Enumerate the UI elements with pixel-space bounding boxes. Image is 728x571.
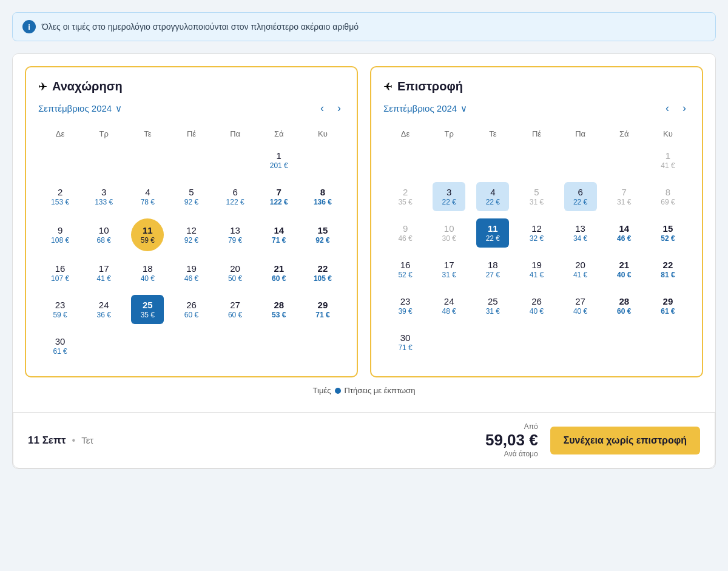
day-price: 31 € <box>442 271 456 279</box>
day-cell[interactable]: 1941 € <box>520 255 553 284</box>
day-cell[interactable]: 592 € <box>175 182 207 211</box>
day-cell[interactable]: 322 € <box>433 182 465 211</box>
day-price: 69 € <box>661 198 675 206</box>
day-cell[interactable]: 1446 € <box>608 218 641 248</box>
return-prev-arrow[interactable]: ‹ <box>662 101 673 116</box>
day-number: 1 <box>666 150 670 161</box>
day-cell[interactable]: 9108 € <box>44 220 76 249</box>
day-cell[interactable]: 1232 € <box>520 218 553 248</box>
day-cell[interactable]: 1471 € <box>263 220 295 249</box>
return-plane-icon: ✈ <box>383 80 393 93</box>
day-number: 26 <box>186 300 197 311</box>
day-cell[interactable]: 478 € <box>131 182 164 211</box>
day-number: 25 <box>488 296 498 307</box>
day-cell[interactable]: 2531 € <box>476 291 509 320</box>
day-number: 7 <box>277 187 281 198</box>
day-cell[interactable]: 2281 € <box>652 255 684 284</box>
day-cell[interactable]: 2153 € <box>44 182 76 211</box>
day-price: 40 € <box>573 307 587 316</box>
day-cell[interactable]: 2860 € <box>608 291 641 320</box>
day-cell[interactable]: 6122 € <box>219 182 252 211</box>
day-number: 8 <box>320 187 325 198</box>
day-price: 79 € <box>228 236 242 245</box>
day-number: 4 <box>145 187 150 198</box>
day-cell[interactable]: 2760 € <box>219 295 252 324</box>
day-cell[interactable]: 2448 € <box>433 291 465 320</box>
info-icon: i <box>22 20 36 33</box>
departure-next-arrow[interactable]: › <box>334 101 345 116</box>
day-price: 53 € <box>272 311 286 319</box>
day-cell[interactable]: 2359 € <box>44 295 76 324</box>
day-cell[interactable]: 422 € <box>476 182 509 211</box>
day-cell[interactable]: 2535 € <box>131 295 164 324</box>
day-cell[interactable]: 622 € <box>564 182 597 211</box>
day-cell[interactable]: 1030 € <box>433 218 465 248</box>
day-cell[interactable]: 2853 € <box>263 295 295 324</box>
day-cell[interactable]: 2041 € <box>564 255 597 284</box>
weekday-header: Πέ <box>169 126 213 142</box>
day-price: 61 € <box>53 347 67 356</box>
day-price: 105 € <box>314 274 332 283</box>
day-number: 3 <box>447 187 451 198</box>
day-number: 27 <box>575 296 585 307</box>
day-cell[interactable]: 2160 € <box>263 258 295 288</box>
day-cell[interactable]: 1741 € <box>87 258 120 288</box>
day-price: 92 € <box>184 198 198 206</box>
day-cell[interactable]: 16107 € <box>44 258 76 288</box>
day-cell[interactable]: 1201 € <box>263 146 295 175</box>
day-cell[interactable]: 731 € <box>608 182 641 211</box>
day-cell[interactable]: 1379 € <box>219 220 252 249</box>
day-cell[interactable]: 2339 € <box>389 291 422 320</box>
day-cell[interactable]: 2050 € <box>219 258 252 288</box>
day-cell[interactable]: 3061 € <box>44 331 76 360</box>
return-next-arrow[interactable]: › <box>679 101 690 116</box>
day-cell[interactable]: 22105 € <box>306 258 339 288</box>
day-cell[interactable]: 7122 € <box>263 182 295 211</box>
price-main: 59,03 € <box>485 431 538 450</box>
day-cell[interactable]: 1068 € <box>87 220 120 249</box>
day-cell[interactable]: 1731 € <box>433 255 465 284</box>
day-cell[interactable]: 1292 € <box>175 220 207 249</box>
day-cell[interactable]: 1840 € <box>131 258 164 288</box>
day-cell[interactable]: 3071 € <box>389 328 422 357</box>
day-number: 19 <box>186 263 197 274</box>
day-price: 71 € <box>398 343 412 352</box>
day-cell[interactable]: 2740 € <box>564 291 597 320</box>
day-cell[interactable]: 3133 € <box>87 182 120 211</box>
day-cell[interactable]: 1334 € <box>564 218 597 248</box>
day-cell[interactable]: 2436 € <box>87 295 120 324</box>
day-cell[interactable]: 2640 € <box>520 291 553 320</box>
day-number: 29 <box>318 300 328 311</box>
weekday-header: Πα <box>214 126 257 142</box>
cta-button[interactable]: Συνέχεια χωρίς επιστροφή <box>550 427 700 454</box>
day-cell[interactable]: 1592 € <box>306 220 339 249</box>
footer-bar: 11 Σεπτ • Τετ Από 59,03 € Ανά άτομο Συνέ… <box>13 412 715 468</box>
day-cell[interactable]: 1159 € <box>131 218 164 251</box>
day-cell[interactable]: 869 € <box>652 182 684 211</box>
day-cell[interactable]: 2961 € <box>652 291 684 320</box>
day-cell[interactable]: 1827 € <box>476 255 509 284</box>
day-cell[interactable]: 1652 € <box>389 255 422 284</box>
day-price: 122 € <box>226 198 244 206</box>
day-price: 71 € <box>315 311 329 319</box>
day-number: 20 <box>575 260 585 271</box>
return-month-label[interactable]: Σεπτέμβριος 2024 ∨ <box>383 103 467 114</box>
day-cell[interactable]: 1552 € <box>652 218 684 248</box>
departure-month-label[interactable]: Σεπτέμβριος 2024 ∨ <box>38 103 122 114</box>
day-cell[interactable]: 531 € <box>520 182 553 211</box>
departure-prev-arrow[interactable]: ‹ <box>317 101 328 116</box>
day-cell[interactable]: 141 € <box>652 146 684 175</box>
day-price: 48 € <box>442 307 456 316</box>
day-number: 16 <box>400 260 411 271</box>
day-cell[interactable]: 8136 € <box>306 182 339 211</box>
departure-plane-icon: ✈ <box>38 80 47 93</box>
day-cell[interactable]: 1946 € <box>175 258 207 288</box>
day-cell[interactable]: 2971 € <box>306 295 339 324</box>
day-cell[interactable]: 235 € <box>389 182 422 211</box>
day-cell[interactable]: 1122 € <box>476 218 509 248</box>
day-cell[interactable]: 2140 € <box>608 255 641 284</box>
day-number: 18 <box>488 260 498 271</box>
day-price: 52 € <box>661 234 675 243</box>
day-cell[interactable]: 2660 € <box>175 295 207 324</box>
day-cell[interactable]: 946 € <box>389 218 422 248</box>
